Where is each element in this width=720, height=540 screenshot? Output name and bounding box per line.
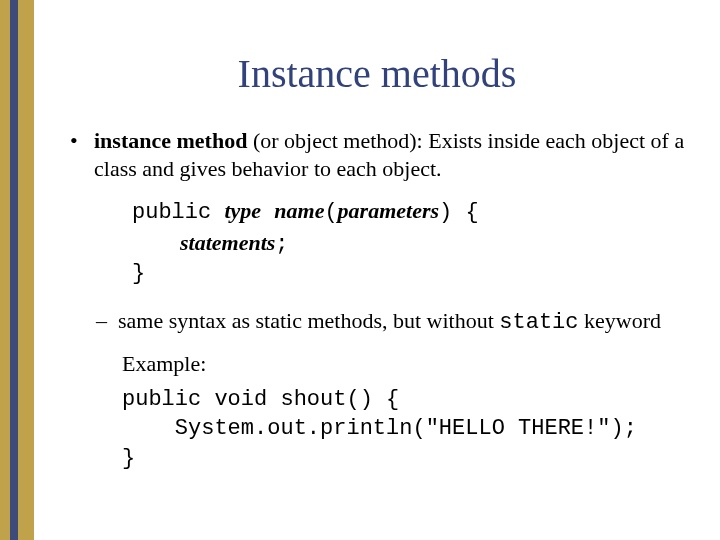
bullet2-post: keyword (579, 308, 661, 333)
template-line1: public type name(parameters) { (132, 196, 690, 228)
template-line2: statements; (180, 228, 690, 260)
example-label: Example: (122, 351, 690, 377)
bullet2-pre: same syntax as static methods, but witho… (118, 308, 499, 333)
tmpl-statements: statements (180, 230, 275, 255)
sidebar-accent (0, 0, 34, 540)
bullet-level2: – same syntax as static methods, but wit… (96, 307, 690, 337)
tmpl-sp1 (261, 200, 274, 225)
term-aka: (or object method): (247, 128, 428, 153)
kw-public: public (132, 200, 224, 225)
tmpl-rparen: ) { (439, 200, 479, 225)
sidebar-accent-stripe (10, 0, 18, 540)
template-line3: } (132, 259, 690, 289)
bullet-level1: • instance method (or object method): Ex… (70, 127, 690, 182)
kw-static: static (499, 310, 578, 335)
tmpl-type: type (224, 198, 261, 223)
bullet-dot-icon: • (70, 127, 94, 182)
tmpl-params: parameters (338, 198, 439, 223)
slide-content: Instance methods • instance method (or o… (34, 0, 720, 540)
tmpl-lparen: ( (324, 200, 337, 225)
tmpl-name: name (274, 198, 324, 223)
method-template: public type name(parameters) { statement… (132, 196, 690, 289)
bullet-dash-icon: – (96, 307, 118, 337)
bullet-text: instance method (or object method): Exis… (94, 127, 690, 182)
slide: Instance methods • instance method (or o… (0, 0, 720, 540)
slide-title: Instance methods (64, 50, 690, 97)
bullet2-text: same syntax as static methods, but witho… (118, 307, 661, 337)
example-code: public void shout() { System.out.println… (122, 385, 690, 474)
tmpl-close: } (132, 261, 145, 286)
term-instance-method: instance method (94, 128, 247, 153)
tmpl-semi: ; (275, 232, 288, 257)
